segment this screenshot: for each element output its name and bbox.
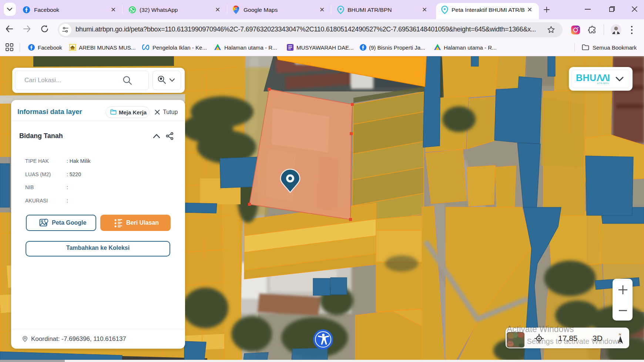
svg-text:N: N [619,333,621,336]
